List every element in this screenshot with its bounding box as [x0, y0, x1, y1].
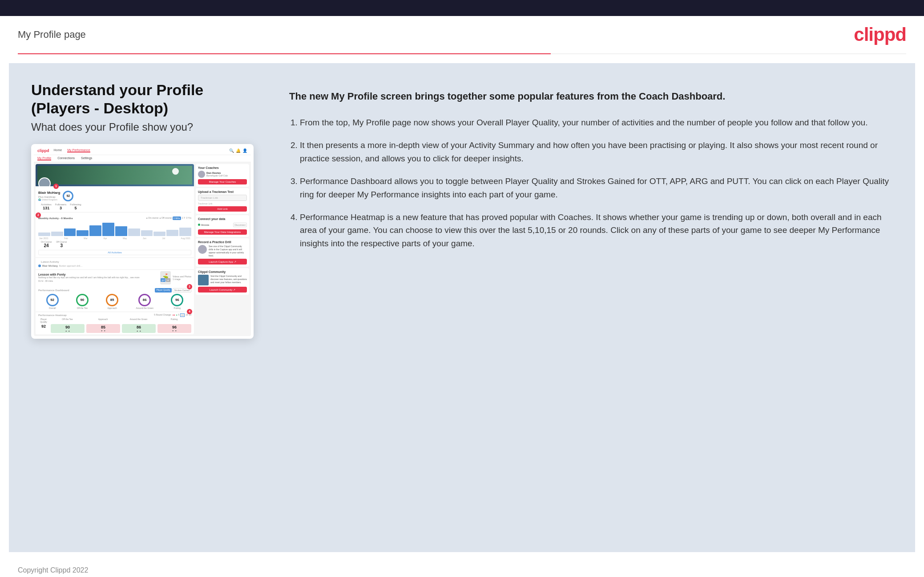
heatmap-off-tee: 90 ▲ ▲	[51, 324, 85, 333]
followers-label: Followers	[55, 203, 67, 206]
bar-4	[77, 230, 89, 236]
community-description: Visit the Clippd Community and discover …	[210, 275, 247, 285]
off-tee-ring-value: 90	[76, 294, 89, 306]
drill-card: Record a Practice Drill See one of the C…	[196, 238, 249, 267]
add-link-button[interactable]: Add Link	[198, 206, 247, 212]
badge-4: 4	[187, 309, 192, 314]
heatmap-around-green-value: 86	[123, 325, 155, 329]
launch-community-button[interactable]: Launch Community ↗	[198, 287, 247, 293]
off-tee-label: Off the Tee	[77, 307, 88, 309]
activity-dot	[38, 264, 41, 267]
bar-10	[153, 232, 165, 236]
bell-icon: 🔔	[236, 148, 241, 153]
drill-section: See one of the Clippd Community drills i…	[198, 245, 247, 257]
lesson-title: Lesson with Fonty	[38, 273, 160, 276]
lesson-description: Nothing to feel like my hips are exiting…	[38, 276, 160, 279]
app-logo: clippd	[37, 148, 49, 153]
coaches-title: Your Coaches	[198, 166, 247, 169]
heatmap-section: Performance Heatmap 5 Round Change: ●● ●…	[36, 312, 194, 334]
launch-capture-button[interactable]: Launch Capture App ↗	[198, 259, 247, 264]
off-course-stat: Off Course 3	[56, 240, 67, 248]
feature-3: Performance Dashboard allows you to togg…	[300, 175, 893, 201]
heatmap-approach-change: ▼ ▼	[87, 329, 119, 332]
around-green-ring-value: 86	[138, 294, 151, 306]
bar-1	[38, 232, 50, 236]
app-navbar: clippd Home My Performance 🔍 🔔 👤	[34, 147, 251, 155]
manage-integrations-button[interactable]: Manage Your Data Integrations	[198, 229, 247, 235]
drill-avatar	[198, 245, 207, 254]
following-label: Following	[70, 203, 81, 206]
heatmap-off-tee-change: ▲ ▲	[52, 329, 84, 332]
golf-icon: ⛳	[163, 273, 168, 278]
header-divider	[18, 53, 906, 54]
filter-6m: 6 Mths	[173, 216, 181, 220]
copyright: Copyright Clippd 2022	[18, 566, 88, 574]
trackman-title: Upload a Trackman Test	[198, 190, 247, 193]
profile-name-row: Blair McHarg Plus Handicap 🌍 United King…	[38, 191, 191, 201]
bar-6	[102, 223, 114, 236]
footer: Copyright Clippd 2022	[0, 561, 924, 577]
lesson-stats: Videos and Photos 1 image	[173, 275, 191, 280]
right-column: The new My Profile screen brings togethe…	[289, 81, 893, 534]
trackman-input[interactable]: Trackman Link	[198, 195, 247, 201]
heatmap-labels: Player Quality Off the Tee Approach Arou…	[38, 318, 191, 323]
section-subheading: What does your Profile show you?	[31, 121, 262, 133]
header: My Profile page clippd	[0, 16, 924, 53]
off-course-value: 3	[56, 243, 67, 248]
activity-section: 2 Monthly Activity - 6 Months ● On-cours…	[36, 215, 194, 257]
user-name: Blair McHarg	[38, 191, 60, 195]
connected-indicator	[198, 224, 200, 226]
manage-coaches-button[interactable]: Manage Your Coaches	[198, 179, 247, 184]
drill-description: See one of the Clippd Community drills i…	[209, 245, 247, 257]
overall-ring-value: 92	[46, 294, 59, 306]
arccos-label: Arccos	[201, 224, 209, 226]
user-icon: 👤	[242, 148, 247, 153]
feature-list: From the top, My Profile page now shows …	[289, 116, 893, 250]
all-activities-button[interactable]: All Activities	[38, 250, 191, 255]
off-tee-ring: 90 Off the Tee	[76, 294, 89, 309]
app-body: 1 Blair McHarg Plus Handicap 🌍 United Ki…	[34, 162, 251, 336]
around-green-ring: 86 Around the Green	[136, 294, 153, 309]
player-quality-toggle: Player Quality	[155, 288, 171, 293]
performance-label: Performance Dashboard	[38, 289, 69, 292]
following-stat: Following 5	[70, 203, 81, 210]
following-value: 5	[70, 206, 81, 210]
intro-text: The new My Profile screen brings togethe…	[289, 90, 893, 104]
latest-activity: Latest Activity Blair McHarg Bunker appr…	[36, 257, 194, 269]
latest-activity-text: Blair McHarg	[42, 264, 58, 267]
activities-label: Activities	[41, 203, 52, 206]
latest-row-1: Blair McHarg Bunker approach drill....	[38, 264, 191, 268]
approach-ring: 85 Approach	[106, 294, 118, 309]
chart-title: Monthly Activity - 6 Months	[38, 217, 73, 220]
badge-3: 3	[187, 284, 192, 289]
heatmap-header: Performance Heatmap 5 Round Change: ●● ●…	[38, 313, 191, 317]
data-connect-card: Connect your data Arccos Disconnect Mana…	[196, 215, 249, 237]
heatmap-overall-value: 92	[38, 324, 49, 329]
app-left-panel: 1 Blair McHarg Plus Handicap 🌍 United Ki…	[36, 164, 194, 334]
heatmap-section-wrapper: 4 Performance Heatmap 5 Round Change: ●●…	[36, 312, 194, 334]
drill-title: Record a Practice Drill	[198, 240, 247, 244]
badge-2: 2	[36, 212, 41, 218]
app-sub-navbar: My Profile Connections Settings	[34, 155, 251, 162]
bar-8	[128, 228, 140, 236]
disconnect-button[interactable]: Disconnect	[233, 223, 247, 227]
profile-info: 1 Blair McHarg Plus Handicap 🌍 United Ki…	[36, 186, 194, 214]
main-content: Understand your Profile (Players - Deskt…	[9, 63, 915, 552]
tab-settings: Settings	[81, 156, 92, 160]
putting-ring-value: 96	[171, 294, 183, 306]
heatmap-around-green: 86 ▲ ▲	[122, 324, 156, 333]
filter-1y: 1 Y	[182, 216, 185, 220]
app-mockup: clippd Home My Performance 🔍 🔔 👤 My Prof…	[31, 144, 254, 339]
performance-section: 3 Performance Dashboard Player Quality S…	[36, 287, 194, 311]
community-image	[198, 275, 209, 285]
left-column: Understand your Profile (Players - Deskt…	[31, 81, 262, 534]
page-title: My Profile page	[18, 29, 86, 40]
tab-connections: Connections	[57, 156, 75, 160]
heatmap-putting-change: ▼ ▼	[158, 329, 190, 332]
community-section: Visit the Clippd Community and discover …	[198, 275, 247, 285]
heatmap-label: Performance Heatmap	[38, 314, 67, 317]
lesson-icon: ⛳ gol arr	[160, 271, 171, 284]
on-course-value: 24	[41, 243, 52, 248]
heatmap-overall: 92	[38, 324, 49, 333]
on-course-label: On Course	[41, 240, 52, 243]
